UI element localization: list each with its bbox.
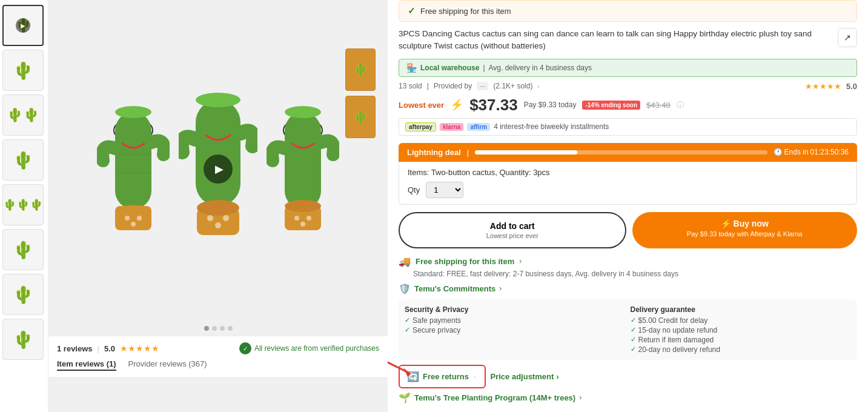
delivery-item-4: ✓ 20-day no delivery refund [631,345,852,354]
video-play-overlay: ▶ [16,18,30,33]
svg-rect-28 [285,112,321,209]
security-item2-text: Secure privacy [412,326,460,334]
main-product-image: ▶ [48,0,388,321]
add-to-cart-button[interactable]: Add to cart Lowest price ever [399,212,626,248]
svg-point-5 [115,106,151,118]
share-button[interactable]: ↗ [838,28,857,47]
thumb-cactus-icon-1: 🌵 [13,61,34,81]
buy-now-label: ⚡ Buy now [721,218,769,230]
svg-point-12 [131,222,136,227]
dot-4 [228,326,233,331]
sold-count: 13 sold [399,82,422,90]
original-price: $43.48 [646,101,671,110]
leaf-icon: 🌱 [399,392,411,404]
thumb-item-3[interactable]: 🌵 [2,139,44,181]
shipping-row: 🚚 Free shipping for this item › [399,256,857,267]
svg-point-20 [197,200,239,216]
deal-timer: 🕐 Ends in 01:23:50:36 [774,148,849,156]
thumb-cactus-icon-7: 🌵 [13,330,34,350]
thumb-cactus-icon-5: 🌵 [13,240,34,260]
commitments-link[interactable]: Temu's Commitments [414,284,495,293]
buy-now-button[interactable]: ⚡ Buy now Pay $9.33 today with Afterpay … [632,212,858,248]
lightning-icon: ⚡ [450,98,463,111]
svg-point-34 [300,222,305,227]
svg-point-22 [223,215,229,221]
shield-icon: 🛡️ [399,283,411,294]
thumb-item-7[interactable]: 🌵 [2,319,44,360]
add-to-cart-sub: Lowest price ever [486,231,538,240]
svg-point-23 [215,222,221,228]
seller-badge: ··· [477,82,488,90]
delivery-item1-text: $5.00 Credit for delay [638,316,708,325]
thumb-item-0[interactable]: 🌵 ▶ [2,5,44,46]
dot-1 [204,326,209,331]
planting-chevron: › [579,393,581,402]
sold-row: 13 sold | Provided by ··· (2.1K+ sold) ›… [399,82,857,91]
warehouse-label: Local warehouse [420,64,479,72]
deal-progress-fill [475,150,577,154]
security-item-2: ✓ Secure privacy [405,326,626,334]
shipping-chevron: › [519,257,522,265]
free-returns-row[interactable]: 🔄 Free returns · [399,365,486,388]
thumb-item-5[interactable]: 🌵 [2,229,44,270]
thumb-item-2[interactable]: 🌵🌵 [2,95,44,136]
price-adjustment-text: Price adjustment [491,372,554,381]
check-icon-4: ✓ [631,326,636,334]
cactus-left [97,94,170,239]
deal-timer-label: Ends in [784,148,809,156]
security-title: Security & Privacy [405,305,626,314]
qty-label: Qty [408,185,420,194]
thumb-item-4[interactable]: 🌵🌵🌵 [2,184,44,225]
thumb-item-1[interactable]: 🌵 [2,50,44,91]
klarna-logo: klarna [440,123,463,131]
commitments-grid: Security & Privacy ✓ Safe payments ✓ Sec… [399,299,857,360]
svg-rect-4 [115,112,151,209]
delivery-item-1: ✓ $5.00 Credit for delay [631,316,852,325]
clock-icon: 🕐 [774,148,783,156]
reviews-rating: 5.0 [104,344,115,353]
video-play-button[interactable]: ▶ [204,154,233,184]
delivery-section: Delivery guarantee ✓ $5.00 Credit for de… [631,305,852,354]
action-buttons: Add to cart Lowest price ever ⚡ Buy now … [399,212,857,248]
thumbnail-sidebar: 🌵 ▶ 🌵 🌵🌵 🌵 🌵🌵🌵 🌵 🌵 🌵 [0,0,48,412]
planting-link[interactable]: Temu's Tree Planting Program (14M+ trees… [414,393,575,402]
svg-point-21 [207,215,213,221]
security-item1-text: Safe payments [412,316,461,325]
thumb-cactus-icon-4: 🌵🌵🌵 [3,198,43,211]
deal-item-text: Items: Two-button cactus, Quantity: 3pcs [408,168,848,177]
planting-row: 🌱 Temu's Tree Planting Program (14M+ tre… [399,392,857,404]
security-item-1: ✓ Safe payments [405,316,626,325]
add-to-cart-label: Add to cart [490,221,535,231]
delivery-title: Delivery guarantee [631,305,852,314]
tab-provider-reviews[interactable]: Provider reviews (367) [128,359,207,371]
delivery-item-3: ✓ Return if item damaged [631,336,852,344]
check-icon-2: ✓ [405,326,410,334]
check-icon-5: ✓ [631,336,636,344]
shipping-link[interactable]: Free shipping for this item [416,257,514,266]
dot-2 [212,326,217,331]
product-title: 3PCS Dancing Cactus cactus can sing can … [399,28,832,53]
warehouse-badge: 🏪 Local warehouse | Avg. delivery in 4 b… [399,59,857,77]
tab-item-reviews[interactable]: Item reviews (1) [57,359,116,371]
qty-row: Qty 1 2 3 [408,182,848,198]
warehouse-delivery: Avg. delivery in 4 business days [489,64,592,72]
verified-badge: ✓ All reviews are from verified purchase… [239,342,379,354]
svg-point-10 [125,216,130,221]
deal-progress-bar [475,150,767,154]
returns-separator: · [474,372,476,381]
price-adjustment-chevron: › [556,372,558,381]
share-icon: ↗ [844,33,851,42]
warehouse-icon: 🏪 [406,63,417,73]
image-dots [48,321,388,336]
security-section: Security & Privacy ✓ Safe payments ✓ Sec… [405,305,626,354]
svg-point-18 [196,93,240,107]
cactus-right [267,94,339,239]
qty-select[interactable]: 1 2 3 [426,182,463,198]
deal-details: Items: Two-button cactus, Quantity: 3pcs… [399,162,857,205]
afterpay-logo: afterpay [405,122,436,131]
info-icon: ⓘ [677,100,684,110]
review-section: 1 reviews | 5.0 ★★★★★ ✓ All reviews are … [48,336,388,377]
price-adjustment-row[interactable]: Price adjustment › [491,372,559,381]
thumb-item-6[interactable]: 🌵 [2,274,44,315]
price-display: $37.33 [469,96,518,115]
